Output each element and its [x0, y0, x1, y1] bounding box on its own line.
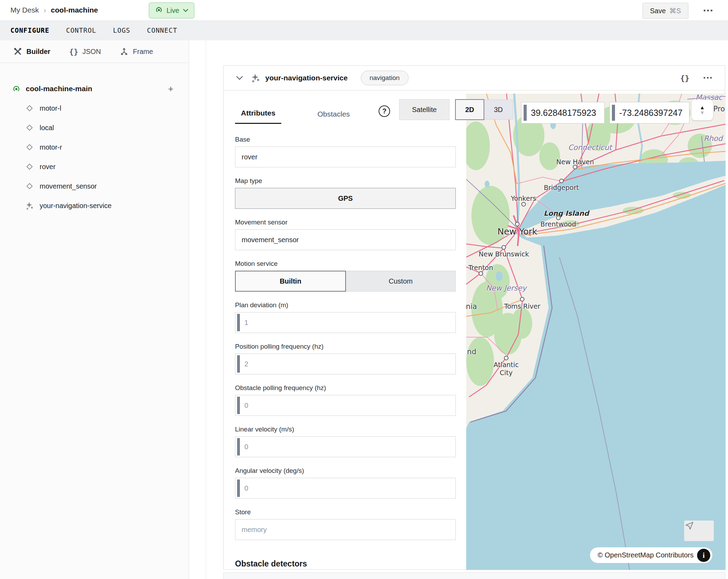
info-icon[interactable]: i [697, 549, 710, 562]
map-3d-button[interactable]: 3D [484, 100, 513, 120]
app-screen: My Desk › cool-machine Live Save ⌘S ••• … [0, 0, 728, 579]
save-button[interactable]: Save ⌘S [642, 3, 688, 19]
field-input-store[interactable]: memory [235, 519, 456, 540]
tree-item-movement-sensor[interactable]: movement_sensor [0, 176, 189, 196]
field-position-polling-frequency-hz: Position polling frequency (hz)2 [235, 342, 456, 374]
tab-control[interactable]: CONTROL [66, 26, 96, 34]
field-value: rover [242, 153, 258, 161]
field-input-linear-velocity-m-s[interactable]: 0 [235, 436, 456, 457]
map-canvas [466, 94, 726, 570]
chevron-down-icon [183, 7, 188, 14]
tree-root-cool-machine-main[interactable]: cool-machine-main+ [0, 79, 189, 98]
view-toggle-label: JSON [82, 48, 101, 56]
field-store: Storememory [235, 508, 456, 540]
zoom-stepper[interactable]: ▲ ▼ [691, 100, 713, 120]
longitude-input[interactable]: -73.2486397247 [609, 102, 689, 124]
segmented-motion-service: BuiltinCustom [235, 271, 456, 292]
attribution-text: © OpenStreetMap Contributors [598, 551, 694, 559]
view-toggle-label: Builder [26, 48, 50, 56]
zoom-out-icon[interactable]: ▼ [700, 110, 705, 115]
recenter-map-button[interactable] [684, 521, 714, 541]
machine-online-icon [12, 84, 21, 93]
field-value: 2 [244, 360, 248, 368]
field-plan-deviation-m: Plan deviation (m)1 [235, 301, 456, 333]
help-icon[interactable]: ? [379, 105, 390, 117]
number-drag-handle [237, 438, 240, 455]
app-header: My Desk › cool-machine Live Save ⌘S ••• [0, 0, 728, 21]
live-status-dropdown[interactable]: Live [149, 2, 194, 18]
tab-connect[interactable]: CONNECT [147, 26, 177, 34]
zoom-in-icon[interactable]: ▲ [700, 105, 705, 110]
view-toggle-frame[interactable]: Frame [120, 47, 153, 56]
breadcrumb: My Desk › cool-machine [10, 0, 98, 20]
map-attribution: © OpenStreetMap Contributors i [590, 547, 712, 563]
number-drag-handle [237, 397, 240, 414]
card-tab-attributes[interactable]: Attributes [235, 109, 281, 124]
braces-icon: {} [69, 47, 78, 56]
field-label: Base [235, 135, 456, 144]
field-input-position-polling-frequency-hz[interactable]: 2 [235, 354, 456, 374]
header-more-menu-icon[interactable]: ••• [699, 3, 718, 18]
field-input-movement-sensor[interactable]: movement_sensor [235, 229, 456, 250]
field-label: Motion service [235, 260, 456, 268]
component-diamond-icon [25, 162, 34, 171]
next-section-card [223, 572, 725, 579]
save-shortcut-hint: ⌘S [669, 7, 681, 15]
field-linear-velocity-m-s: Linear velocity (m/s)0 [235, 425, 456, 457]
map-2d-button[interactable]: 2D [455, 99, 484, 120]
segment-builtin[interactable]: Builtin [235, 271, 346, 292]
raw-json-icon[interactable]: {} [680, 74, 690, 82]
tree-item-rover[interactable]: rover [0, 157, 189, 176]
tree-item-local[interactable]: local [0, 118, 189, 137]
tree-item-motor-r[interactable]: motor-r [0, 137, 189, 157]
live-status-label: Live [167, 7, 179, 15]
card-header: your-navigation-service navigation {} ••… [224, 66, 725, 90]
card-tab-obstacles[interactable]: Obstacles [312, 110, 356, 124]
segment-custom[interactable]: Custom [346, 271, 456, 292]
longitude-value: -73.2486397247 [619, 108, 682, 118]
satellite-toggle-button[interactable]: Satellite [399, 99, 450, 120]
latitude-input-handle [524, 105, 527, 121]
field-button-gps[interactable]: GPS [235, 188, 456, 209]
tree-item-label: motor-l [40, 104, 61, 112]
view-toggle-json[interactable]: {}JSON [69, 47, 101, 56]
card-more-menu-icon[interactable]: ••• [703, 74, 713, 82]
tab-logs[interactable]: LOGS [113, 26, 130, 34]
field-input-obstacle-polling-frequency-hz[interactable]: 0 [235, 395, 456, 416]
field-input-base[interactable]: rover [235, 146, 456, 167]
tab-configure[interactable]: CONFIGURE [10, 26, 49, 34]
view-toggle-label: Frame [133, 48, 153, 56]
send-arrow-icon [684, 521, 695, 531]
field-value: movement_sensor [242, 236, 299, 244]
latitude-input[interactable]: 39.62848175923 [521, 102, 605, 124]
navigation-map[interactable]: MassacProRhodConnecticutNew HavenBridgep… [466, 94, 726, 570]
view-toggle-builder[interactable]: Builder [13, 47, 50, 56]
tree-item-motor-l[interactable]: motor-l [0, 98, 189, 118]
tree-item-your-navigation-service[interactable]: your-navigation-service [0, 196, 189, 215]
component-diamond-icon [25, 104, 34, 113]
tree-item-label: rover [40, 163, 56, 171]
field-value: 0 [244, 484, 248, 492]
sidebar-view-toolbar: Builder{}JSONFrame [0, 40, 189, 63]
save-button-label: Save [650, 7, 666, 15]
field-obstacle-polling-frequency-hz: Obstacle polling frequency (hz)0 [235, 384, 456, 416]
sidebar: Builder{}JSONFrame cool-machine-main+mot… [0, 40, 189, 579]
field-value: 0 [244, 402, 248, 410]
tools-icon [13, 47, 22, 56]
obstacle-detectors-heading: Obstacle detectors [235, 559, 456, 569]
field-value: 0 [244, 443, 248, 451]
field-angular-velocity-deg-s: Angular velocity (deg/s)0 [235, 467, 456, 499]
field-base: Baserover [235, 135, 456, 167]
breadcrumb-root-link[interactable]: My Desk [10, 6, 39, 14]
field-map-type: Map typeGPS [235, 177, 456, 209]
machine-part-tree: cool-machine-main+motor-llocalmotor-rrov… [0, 63, 189, 215]
collapse-chevron-icon[interactable] [236, 76, 243, 80]
add-component-button[interactable]: + [165, 83, 176, 94]
field-input-plan-deviation-m[interactable]: 1 [235, 312, 456, 333]
sidebar-collapse-rail[interactable] [189, 40, 206, 579]
tree-item-label: local [40, 124, 54, 132]
main-tabbar: CONFIGURECONTROLLOGSCONNECT [0, 20, 728, 40]
number-drag-handle [237, 355, 240, 373]
field-input-angular-velocity-deg-s[interactable]: 0 [235, 478, 456, 499]
breadcrumb-current: cool-machine [51, 6, 98, 14]
